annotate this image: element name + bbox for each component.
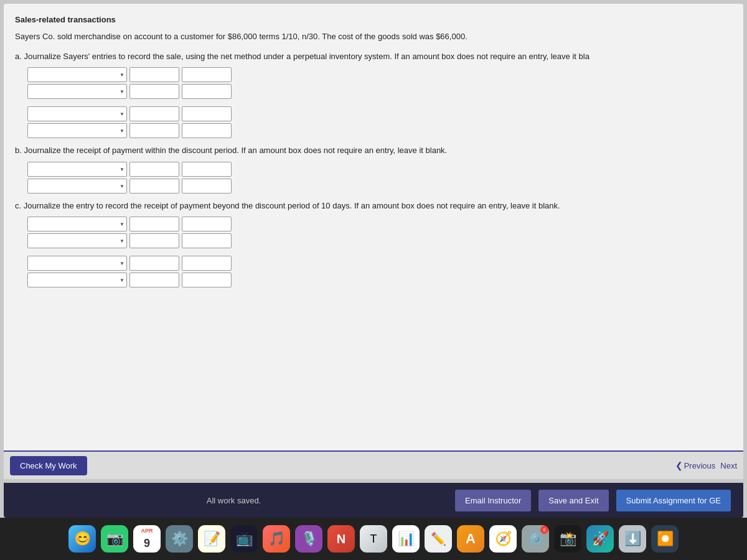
credit-input-a1[interactable]	[182, 67, 232, 82]
t-glyph: T	[370, 533, 377, 546]
account-select-wrapper	[27, 217, 127, 231]
journal-row	[27, 273, 732, 287]
debit-input-c3[interactable]	[129, 256, 179, 271]
account-select-c4[interactable]	[27, 273, 127, 287]
debit-input-a3[interactable]	[129, 106, 179, 121]
account-select-wrapper	[27, 84, 127, 99]
account-select-b1[interactable]	[27, 162, 127, 177]
section-b: b. Journalize the receipt of payment wit…	[15, 144, 732, 194]
next-button[interactable]: Next	[720, 461, 737, 470]
credit-input-a3[interactable]	[182, 106, 232, 121]
credit-input-c1[interactable]	[182, 217, 232, 231]
news-icon[interactable]: N	[327, 525, 355, 553]
journal-row	[27, 67, 732, 82]
account-select-c1[interactable]	[27, 217, 127, 231]
section-c-label: c. Journalize the entry to record the re…	[15, 200, 732, 212]
email-instructor-button[interactable]: Email Instructor	[455, 490, 531, 511]
credit-input-a2[interactable]	[182, 84, 232, 99]
system-prefs-icon[interactable]: ⚙️	[166, 525, 193, 553]
notification-badge: 6	[540, 526, 548, 534]
calendar-day: 9	[144, 537, 150, 550]
chart-glyph: 📊	[398, 531, 415, 547]
account-select-wrapper	[27, 233, 127, 248]
facetime-icon[interactable]: 📷	[101, 525, 128, 553]
previous-label: Previous	[684, 461, 716, 470]
music-icon[interactable]: 🎵	[263, 525, 290, 553]
previous-button[interactable]: ❮ Previous	[675, 460, 716, 470]
credit-input-c3[interactable]	[182, 256, 232, 271]
submit-button[interactable]: Submit Assignment for GE	[616, 490, 731, 511]
section-c-grid	[27, 217, 732, 287]
font-icon[interactable]: A	[457, 525, 484, 553]
record-icon[interactable]: ⏺️	[651, 525, 679, 553]
account-select-a2[interactable]	[27, 84, 127, 99]
photos-icon[interactable]: 📸	[554, 525, 581, 553]
account-select-c2[interactable]	[27, 233, 127, 248]
section-c: c. Journalize the entry to record the re…	[15, 200, 732, 288]
teleprompter-icon[interactable]: T	[360, 525, 387, 553]
account-select-a4[interactable]	[27, 123, 127, 138]
account-select-b2[interactable]	[27, 179, 127, 194]
debit-input-a4[interactable]	[129, 123, 179, 138]
debit-input-c2[interactable]	[129, 233, 179, 248]
podcasts-glyph: 🎙️	[301, 531, 317, 547]
journal-row	[27, 123, 732, 138]
account-select-wrapper	[27, 162, 127, 177]
account-select-wrapper	[27, 273, 127, 287]
dock-bar: 😊 📷 APR 9 ⚙️ 📝 📺 🎵 🎙️	[0, 518, 747, 560]
credit-input-c4[interactable]	[182, 273, 232, 287]
account-select-wrapper	[27, 179, 127, 194]
calendar-icon[interactable]: APR 9	[133, 525, 161, 553]
journal-row	[27, 256, 732, 271]
check-work-button[interactable]: Check My Work	[10, 456, 87, 475]
problem-text: Sayers Co. sold merchandise on account t…	[15, 30, 732, 43]
debit-input-c1[interactable]	[129, 217, 179, 231]
section-a-label: a. Journalize Sayers' entries to record …	[15, 50, 732, 63]
journal-row	[27, 233, 732, 248]
safari-icon[interactable]: 🧭	[489, 525, 517, 553]
finder-face: 😊	[74, 531, 91, 547]
notes-icon[interactable]: 📝	[198, 525, 225, 553]
page-title: Sales-related transactions	[15, 15, 732, 24]
credit-input-c2[interactable]	[182, 233, 232, 248]
safari-glyph: 🧭	[495, 531, 512, 547]
debit-input-b2[interactable]	[129, 179, 179, 194]
calendar-month: APR	[141, 528, 153, 534]
launchpad-icon[interactable]: 🚀	[586, 525, 614, 553]
record-glyph: ⏺️	[657, 531, 674, 547]
credit-input-b1[interactable]	[182, 162, 232, 177]
debit-input-a1[interactable]	[129, 67, 179, 82]
journal-row	[27, 106, 732, 121]
chevron-left-icon: ❮	[675, 460, 683, 470]
account-select-c3[interactable]	[27, 256, 127, 271]
account-select-wrapper	[27, 256, 127, 271]
charts-icon[interactable]: 📊	[392, 525, 420, 553]
tv-icon[interactable]: 📺	[230, 525, 258, 553]
slash-icon[interactable]: ✏️	[425, 525, 452, 553]
grid-icon: ⚙️	[171, 531, 188, 547]
account-select-a1[interactable]	[27, 67, 127, 82]
debit-input-c4[interactable]	[129, 273, 179, 287]
action-strip: Check My Work ❮ Previous Next	[4, 450, 743, 479]
debit-input-a2[interactable]	[129, 84, 179, 99]
slash-glyph: ✏️	[431, 531, 446, 546]
downloads-icon[interactable]: ⬇️	[619, 525, 646, 553]
credit-input-a4[interactable]	[182, 123, 232, 138]
account-select-wrapper	[27, 123, 127, 138]
journal-row	[27, 84, 732, 99]
finder-icon[interactable]: 😊	[68, 525, 96, 553]
podcasts-icon[interactable]: 🎙️	[295, 525, 322, 553]
debit-input-b1[interactable]	[129, 162, 179, 177]
prefs2-icon[interactable]: ⚙️ 6	[522, 525, 549, 553]
downloads-glyph: ⬇️	[624, 531, 641, 547]
account-select-wrapper	[27, 67, 127, 82]
status-footer: All work saved. Email Instructor Save an…	[4, 483, 743, 518]
video-icon: 📷	[106, 531, 123, 547]
credit-input-b2[interactable]	[182, 179, 232, 194]
news-glyph: N	[337, 532, 345, 546]
account-select-a3[interactable]	[27, 106, 127, 121]
status-text: All work saved.	[16, 496, 451, 505]
section-a-grid	[27, 67, 732, 138]
save-exit-button[interactable]: Save and Exit	[538, 490, 608, 511]
launchpad-glyph: 🚀	[592, 531, 609, 547]
